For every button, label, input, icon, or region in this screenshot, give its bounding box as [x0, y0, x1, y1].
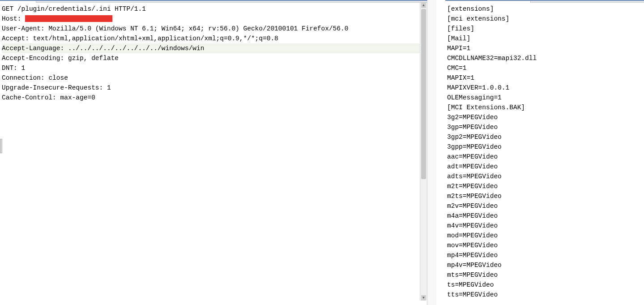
response-line[interactable]: aac=MPEGVideo	[447, 152, 642, 162]
response-line[interactable]: CMCDLLNAME32=mapi32.dll	[447, 53, 642, 63]
response-line[interactable]: mp4=MPEGVideo	[447, 250, 642, 260]
response-line[interactable]: [MCI Extensions.BAK]	[447, 103, 642, 112]
pane-gutter	[427, 0, 436, 305]
response-line[interactable]: [Mail]	[447, 34, 642, 43]
request-line[interactable]: User-Agent: Mozilla/5.0 (Windows NT 6.1;…	[2, 24, 425, 34]
scroll-up-arrow-icon[interactable]: ▲	[421, 3, 426, 8]
response-line[interactable]: adt=MPEGVideo	[447, 162, 642, 172]
response-line[interactable]: mp4v=MPEGVideo	[447, 260, 642, 270]
response-line[interactable]: [files]	[447, 24, 642, 34]
response-pane: [extensions][mci extensions][files][Mail…	[445, 0, 644, 305]
request-line[interactable]: Cache-Control: max-age=0	[2, 93, 425, 103]
scroll-thumb[interactable]	[421, 9, 426, 179]
response-text-area[interactable]: [extensions][mci extensions][files][Mail…	[445, 3, 644, 305]
request-text-area[interactable]: GET /plugin/credentials/.ini HTTP/1.1Hos…	[0, 3, 427, 305]
response-line[interactable]: ts=MPEGVideo	[447, 280, 642, 290]
request-line[interactable]: Upgrade-Insecure-Requests: 1	[2, 83, 425, 93]
scroll-down-arrow-icon[interactable]: ▼	[421, 295, 426, 301]
request-line[interactable]: Accept: text/html,application/xhtml+xml,…	[2, 34, 425, 43]
redacted-host	[25, 15, 112, 22]
response-line[interactable]: adts=MPEGVideo	[447, 172, 642, 181]
request-line[interactable]: Accept-Encoding: gzip, deflate	[2, 53, 425, 63]
response-line[interactable]: MAPIXVER=1.0.0.1	[447, 83, 642, 93]
response-line[interactable]: mod=MPEGVideo	[447, 231, 642, 241]
request-tab-bar[interactable]	[0, 1, 427, 3]
response-line[interactable]: 3g2=MPEGVideo	[447, 112, 642, 122]
response-line[interactable]: OLEMessaging=1	[447, 93, 642, 103]
response-line[interactable]: tts=MPEGVideo	[447, 290, 642, 300]
response-line[interactable]: [mci extensions]	[447, 14, 642, 24]
response-line[interactable]: m2t=MPEGVideo	[447, 181, 642, 191]
split-container: GET /plugin/credentials/.ini HTTP/1.1Hos…	[0, 0, 644, 305]
request-line[interactable]: GET /plugin/credentials/.ini HTTP/1.1	[2, 4, 425, 14]
request-line[interactable]: DNT: 1	[2, 63, 425, 73]
request-line[interactable]: Host:	[2, 14, 425, 24]
request-scrollbar[interactable]: ▲ ▼	[420, 3, 427, 301]
response-line[interactable]: MAPIX=1	[447, 73, 642, 83]
request-line[interactable]: Connection: close	[2, 73, 425, 83]
response-line[interactable]: m4a=MPEGVideo	[447, 211, 642, 221]
response-line[interactable]: 3gpp=MPEGVideo	[447, 142, 642, 152]
response-line[interactable]: m2v=MPEGVideo	[447, 201, 642, 211]
splitter-handle[interactable]	[0, 139, 2, 153]
request-line[interactable]: Accept-Language: ../../../../../../../..…	[2, 43, 425, 53]
response-line[interactable]: 3gp2=MPEGVideo	[447, 132, 642, 142]
response-line[interactable]: mts=MPEGVideo	[447, 270, 642, 280]
response-line[interactable]: MAPI=1	[447, 43, 642, 53]
response-line[interactable]: mov=MPEGVideo	[447, 241, 642, 250]
response-line[interactable]: m2ts=MPEGVideo	[447, 191, 642, 201]
response-tab-bar[interactable]	[445, 1, 644, 3]
response-line[interactable]: CMC=1	[447, 63, 642, 73]
response-line[interactable]: [extensions]	[447, 4, 642, 14]
response-line[interactable]: 3gp=MPEGVideo	[447, 122, 642, 132]
response-line[interactable]: m4v=MPEGVideo	[447, 221, 642, 231]
request-pane: GET /plugin/credentials/.ini HTTP/1.1Hos…	[0, 0, 427, 305]
